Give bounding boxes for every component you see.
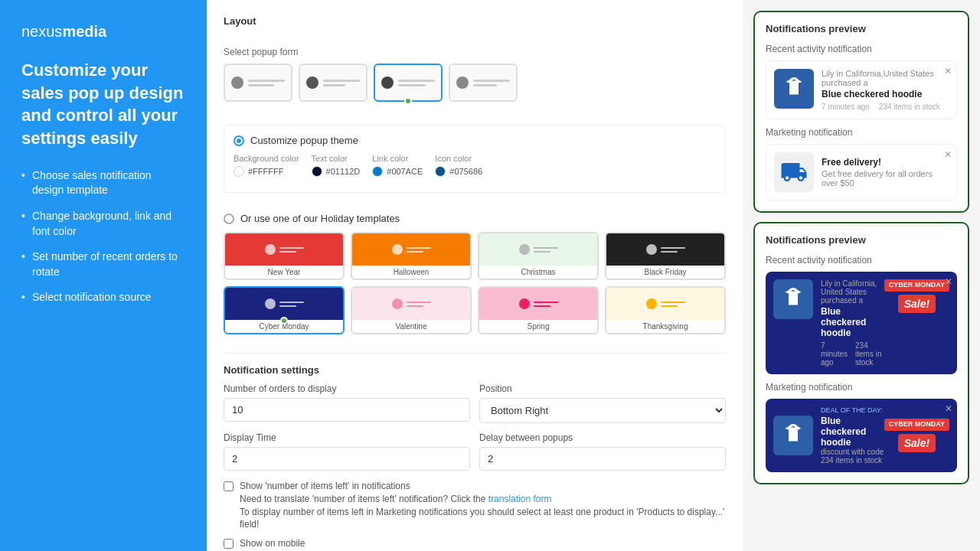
close-btn-dark-marketing[interactable]: ✕ [945,403,952,414]
orders-field: Number of orders to display [224,383,470,423]
t-lines [534,247,558,253]
template-new-year[interactable]: New Year [224,232,345,280]
icon-color-swatch[interactable]: #075686 [435,166,482,177]
text-color-swatch[interactable]: #01112D [312,166,361,177]
dark-product-name: Blue checkered hoodie [821,306,884,338]
preview-card-bottom: Notifications preview Recent activity no… [753,222,969,484]
template-thumb-christmas [479,233,597,266]
t-lines [407,302,431,307]
logo: nexusmedia [21,23,185,41]
marketing-label-bottom: Marketing notification [766,382,957,393]
templates-grid: New Year Halloween Christmas [224,232,726,334]
customize-radio-dot [234,135,244,146]
form-option-4[interactable] [449,64,518,102]
t-icon [392,244,403,255]
close-btn-dark[interactable]: ✕ [945,276,952,287]
t-line [534,305,550,307]
dark-marketing-product: Blue checkered hoodie [821,416,884,448]
t-icon [519,244,530,255]
orders-input[interactable] [224,398,470,422]
template-halloween[interactable]: Halloween [351,232,472,280]
close-btn-top[interactable]: ✕ [944,66,952,77]
form-icon-2 [306,77,318,89]
close-btn-marketing-top[interactable]: ✕ [944,149,952,160]
marketing-notif-top: ✕ Free delivery! Get free delivery for a… [766,144,957,201]
selected-dot [404,97,412,105]
translation-link[interactable]: translation form [488,494,552,504]
delivery-icon-top [774,152,814,192]
customize-radio[interactable]: Customize popup theme [234,135,716,146]
logo-light: nexus [21,23,62,40]
bg-color-item: Background color #FFFFFF [234,154,299,177]
preview-title-bottom: Notifications preview [766,234,957,246]
right-panel: Notifications preview Recent activity no… [743,0,980,551]
product-name-top: Blue checkered hoodie [822,89,949,99]
template-thumb-valentine [352,288,470,320]
form-line [323,84,345,86]
template-spring[interactable]: Spring [478,286,599,334]
template-name-new-year: New Year [225,266,343,279]
form-line [248,80,285,82]
items-left-checkbox[interactable] [224,481,234,491]
discount-text: discount with code [821,448,884,456]
icon-color-dot [435,166,446,177]
feature-2: Change background, link and font color [21,209,185,239]
form-option-1[interactable] [224,64,292,102]
icon-color-label: Icon color [435,154,482,163]
template-thumb-halloween [352,233,470,266]
template-thanksgiving[interactable]: Thanksgiving [605,286,726,334]
feature-1: Choose sales notification design templat… [21,168,185,198]
form-line [473,84,497,86]
link-color-hex: #007ACE [387,167,423,176]
form-option-3[interactable] [374,64,443,102]
t-line [534,251,550,253]
delay-label: Delay between popups [479,432,726,443]
template-black-friday[interactable]: Black Friday [605,232,726,280]
dark-marketing-content: DEAL OF THE DAY: Blue checkered hoodie d… [821,406,949,465]
form-selector [224,64,726,102]
link-color-item: Link color #007ACE [372,154,423,177]
t-lines [661,302,685,307]
template-christmas[interactable]: Christmas [478,232,599,280]
t-line [279,305,296,307]
display-time-label: Display Time [224,432,470,443]
delay-input[interactable] [479,447,726,471]
t-line [407,305,423,307]
position-field: Position Bottom Right Bottom Left Top Ri… [479,383,726,423]
t-line [279,251,296,253]
display-time-input[interactable] [224,447,470,471]
position-select[interactable]: Bottom Right Bottom Left Top Right Top L… [479,398,726,423]
popup-form-section: Select popup form [224,47,726,112]
stock-top: 234 items in stock [879,103,940,111]
t-line [661,247,685,249]
preview-card-top: Notifications preview Recent activity no… [753,11,969,213]
link-color-swatch[interactable]: #007ACE [372,166,423,177]
holiday-radio[interactable]: Or use one of our Holiday templates [224,213,726,224]
items-left-help: Need to translate 'number of items left'… [240,494,485,504]
form-option-2[interactable] [299,64,368,102]
t-line [661,251,678,253]
t-line [279,247,304,249]
holiday-section: Or use one of our Holiday templates New … [224,213,726,341]
recent-label-bottom: Recent activity notification [766,255,957,266]
template-cyber-monday[interactable]: Cyber Monday [224,286,345,334]
features-list: Choose sales notification design templat… [21,168,185,305]
items-left-help2: To display number of items left in Marke… [240,507,724,530]
bg-color-swatch[interactable]: #FFFFFF [234,166,299,177]
link-color-label: Link color [372,154,423,163]
form-line [398,80,435,82]
dark-notif-meta: 7 minutes ago 234 items in stock [821,341,884,367]
form-line [473,80,510,82]
dark-marketing-notif: ✕ DEAL OF THE DAY: Blue checkered hoodie… [766,399,957,472]
cyber-badge-group-2: CYBER MONDAY Sale! [884,419,949,452]
template-thumb-black-friday [606,233,724,266]
activity-notif-top: ✕ Lily in California,United States purch… [766,60,957,119]
template-name-christmas: Christmas [479,266,597,279]
preview-title-top: Notifications preview [766,23,957,34]
time-ago-top: 7 minutes ago [822,103,870,111]
show-mobile-checkbox[interactable] [224,539,234,549]
t-line [534,302,558,303]
selected-indicator [280,317,288,324]
t-line [407,247,431,249]
template-valentine[interactable]: Valentine [351,286,472,334]
